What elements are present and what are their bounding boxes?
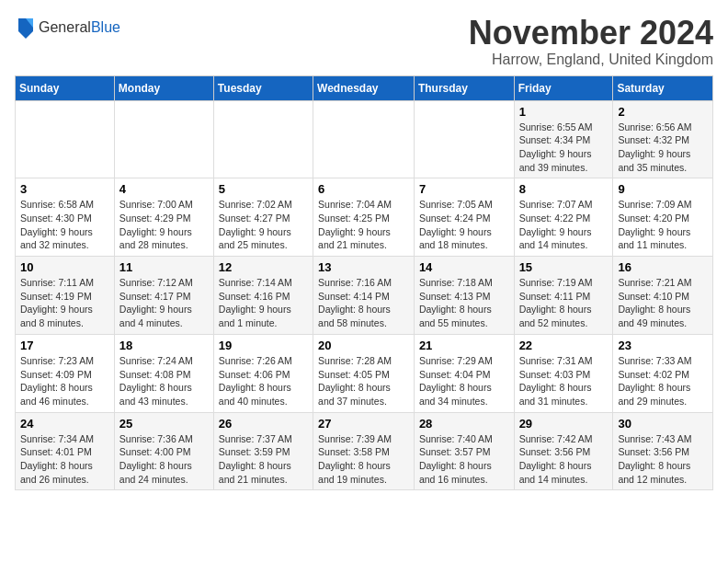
calendar-cell: 21Sunrise: 7:29 AMSunset: 4:04 PMDayligh…	[414, 334, 514, 412]
day-info: Sunrise: 7:28 AMSunset: 4:05 PMDaylight:…	[318, 354, 409, 408]
day-info: Sunrise: 7:24 AMSunset: 4:08 PMDaylight:…	[119, 354, 209, 408]
calendar-cell	[414, 100, 514, 178]
calendar-cell: 26Sunrise: 7:37 AMSunset: 3:59 PMDayligh…	[213, 412, 313, 490]
day-number: 3	[20, 182, 109, 196]
day-info: Sunrise: 7:39 AMSunset: 3:58 PMDaylight:…	[318, 432, 409, 487]
day-info: Sunrise: 7:23 AMSunset: 4:09 PMDaylight:…	[20, 354, 109, 408]
calendar-cell: 18Sunrise: 7:24 AMSunset: 4:08 PMDayligh…	[114, 334, 213, 412]
day-info: Sunrise: 7:09 AMSunset: 4:20 PMDaylight:…	[618, 198, 708, 252]
day-info: Sunrise: 6:56 AMSunset: 4:32 PMDaylight:…	[618, 121, 708, 175]
day-info: Sunrise: 7:29 AMSunset: 4:04 PMDaylight:…	[419, 354, 509, 408]
title-area: November 2024 Harrow, England, United Ki…	[469, 15, 713, 68]
day-info: Sunrise: 7:19 AMSunset: 4:11 PMDaylight:…	[519, 276, 609, 330]
day-info: Sunrise: 7:26 AMSunset: 4:06 PMDaylight:…	[219, 354, 308, 408]
calendar-cell: 23Sunrise: 7:33 AMSunset: 4:02 PMDayligh…	[613, 334, 713, 412]
day-info: Sunrise: 7:11 AMSunset: 4:19 PMDaylight:…	[20, 276, 109, 330]
day-info: Sunrise: 7:36 AMSunset: 4:00 PMDaylight:…	[119, 432, 209, 487]
calendar-cell: 27Sunrise: 7:39 AMSunset: 3:58 PMDayligh…	[313, 412, 415, 490]
day-number: 6	[318, 182, 409, 196]
day-info: Sunrise: 6:55 AMSunset: 4:34 PMDaylight:…	[519, 121, 609, 175]
day-number: 27	[318, 417, 409, 431]
day-number: 10	[20, 260, 109, 274]
calendar-cell: 14Sunrise: 7:18 AMSunset: 4:13 PMDayligh…	[414, 257, 514, 335]
day-number: 20	[318, 339, 409, 352]
day-number: 21	[419, 339, 509, 352]
calendar-cell: 3Sunrise: 6:58 AMSunset: 4:30 PMDaylight…	[16, 178, 115, 257]
calendar-cell: 10Sunrise: 7:11 AMSunset: 4:19 PMDayligh…	[16, 257, 115, 335]
day-number: 22	[519, 339, 609, 352]
day-number: 8	[519, 182, 609, 196]
day-number: 16	[618, 260, 708, 274]
week-row-0: 1Sunrise: 6:55 AMSunset: 4:34 PMDaylight…	[16, 100, 713, 178]
calendar-table: SundayMondayTuesdayWednesdayThursdayFrid…	[15, 75, 713, 491]
week-row-2: 10Sunrise: 7:11 AMSunset: 4:19 PMDayligh…	[16, 257, 713, 335]
calendar-cell: 6Sunrise: 7:04 AMSunset: 4:25 PMDaylight…	[313, 178, 415, 257]
day-info: Sunrise: 7:16 AMSunset: 4:14 PMDaylight:…	[318, 276, 409, 330]
day-number: 1	[519, 105, 609, 119]
day-info: Sunrise: 7:05 AMSunset: 4:24 PMDaylight:…	[419, 198, 509, 252]
day-info: Sunrise: 7:02 AMSunset: 4:27 PMDaylight:…	[219, 198, 308, 252]
day-info: Sunrise: 7:12 AMSunset: 4:17 PMDaylight:…	[119, 276, 209, 330]
calendar-cell: 8Sunrise: 7:07 AMSunset: 4:22 PMDaylight…	[514, 178, 613, 257]
calendar-cell: 16Sunrise: 7:21 AMSunset: 4:10 PMDayligh…	[613, 257, 713, 335]
day-number: 7	[419, 182, 509, 196]
logo-text: GeneralBlue	[39, 19, 120, 36]
month-title: November 2024	[469, 15, 713, 52]
logo: GeneralBlue	[15, 15, 120, 40]
calendar-cell: 11Sunrise: 7:12 AMSunset: 4:17 PMDayligh…	[114, 257, 213, 335]
calendar-cell	[313, 100, 415, 178]
day-info: Sunrise: 7:33 AMSunset: 4:02 PMDaylight:…	[618, 354, 708, 408]
day-number: 19	[219, 339, 308, 352]
day-info: Sunrise: 7:40 AMSunset: 3:57 PMDaylight:…	[419, 432, 509, 487]
day-number: 12	[219, 260, 308, 274]
calendar-cell: 9Sunrise: 7:09 AMSunset: 4:20 PMDaylight…	[613, 178, 713, 257]
calendar-body: 1Sunrise: 6:55 AMSunset: 4:34 PMDaylight…	[16, 100, 713, 490]
day-number: 2	[618, 105, 708, 119]
day-number: 30	[618, 417, 708, 431]
day-info: Sunrise: 7:42 AMSunset: 3:56 PMDaylight:…	[519, 432, 609, 487]
calendar-cell: 13Sunrise: 7:16 AMSunset: 4:14 PMDayligh…	[313, 257, 415, 335]
day-number: 13	[318, 260, 409, 274]
calendar-cell: 25Sunrise: 7:36 AMSunset: 4:00 PMDayligh…	[114, 412, 213, 490]
day-info: Sunrise: 6:58 AMSunset: 4:30 PMDaylight:…	[20, 198, 109, 252]
day-info: Sunrise: 7:07 AMSunset: 4:22 PMDaylight:…	[519, 198, 609, 252]
day-info: Sunrise: 7:31 AMSunset: 4:03 PMDaylight:…	[519, 354, 609, 408]
week-row-1: 3Sunrise: 6:58 AMSunset: 4:30 PMDaylight…	[16, 178, 713, 257]
calendar-cell: 5Sunrise: 7:02 AMSunset: 4:27 PMDaylight…	[213, 178, 313, 257]
day-info: Sunrise: 7:18 AMSunset: 4:13 PMDaylight:…	[419, 276, 509, 330]
header-day-monday: Monday	[114, 75, 213, 100]
calendar-cell: 22Sunrise: 7:31 AMSunset: 4:03 PMDayligh…	[514, 334, 613, 412]
day-number: 5	[219, 182, 308, 196]
calendar-header: SundayMondayTuesdayWednesdayThursdayFrid…	[16, 75, 713, 100]
calendar-cell	[114, 100, 213, 178]
calendar-cell: 29Sunrise: 7:42 AMSunset: 3:56 PMDayligh…	[514, 412, 613, 490]
day-number: 9	[618, 182, 708, 196]
calendar-cell: 12Sunrise: 7:14 AMSunset: 4:16 PMDayligh…	[213, 257, 313, 335]
calendar-cell: 15Sunrise: 7:19 AMSunset: 4:11 PMDayligh…	[514, 257, 613, 335]
day-info: Sunrise: 7:04 AMSunset: 4:25 PMDaylight:…	[318, 198, 409, 252]
calendar-cell: 1Sunrise: 6:55 AMSunset: 4:34 PMDaylight…	[514, 100, 613, 178]
day-number: 4	[119, 182, 209, 196]
day-number: 26	[219, 417, 308, 431]
logo-general: General	[39, 19, 91, 35]
calendar-cell: 24Sunrise: 7:34 AMSunset: 4:01 PMDayligh…	[16, 412, 115, 490]
calendar-cell: 2Sunrise: 6:56 AMSunset: 4:32 PMDaylight…	[613, 100, 713, 178]
day-number: 23	[618, 339, 708, 352]
day-number: 18	[119, 339, 209, 352]
day-info: Sunrise: 7:43 AMSunset: 3:56 PMDaylight:…	[618, 432, 708, 487]
header-row: SundayMondayTuesdayWednesdayThursdayFrid…	[16, 75, 713, 100]
calendar-cell: 17Sunrise: 7:23 AMSunset: 4:09 PMDayligh…	[16, 334, 115, 412]
header-day-wednesday: Wednesday	[313, 75, 415, 100]
day-number: 14	[419, 260, 509, 274]
header: GeneralBlue November 2024 Harrow, Englan…	[15, 15, 713, 68]
header-day-saturday: Saturday	[613, 75, 713, 100]
logo-icon	[15, 15, 37, 40]
calendar-cell: 20Sunrise: 7:28 AMSunset: 4:05 PMDayligh…	[313, 334, 415, 412]
day-number: 29	[519, 417, 609, 431]
logo-blue: Blue	[91, 19, 120, 35]
header-day-sunday: Sunday	[16, 75, 115, 100]
day-info: Sunrise: 7:37 AMSunset: 3:59 PMDaylight:…	[219, 432, 308, 487]
day-info: Sunrise: 7:00 AMSunset: 4:29 PMDaylight:…	[119, 198, 209, 252]
day-info: Sunrise: 7:14 AMSunset: 4:16 PMDaylight:…	[219, 276, 308, 330]
day-number: 24	[20, 417, 109, 431]
